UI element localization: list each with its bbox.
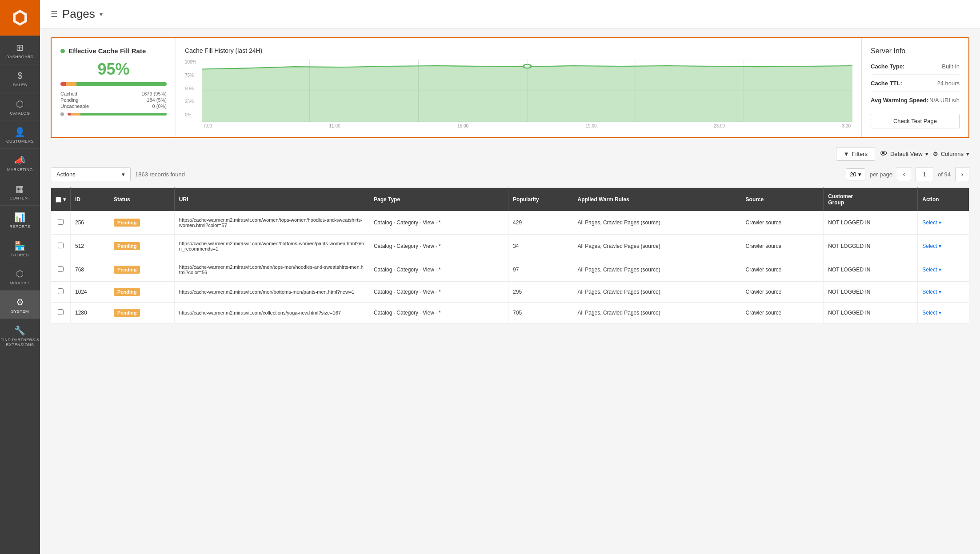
per-page-select[interactable]: 20 ▾: [846, 168, 865, 180]
row-status: Pending: [109, 303, 175, 323]
find-icon: 🔧: [14, 325, 26, 336]
table-header: ▾ ID Status URI Page Type Popularity App…: [51, 188, 969, 211]
select-action-button[interactable]: Select ▾: [922, 310, 964, 316]
select-action-button[interactable]: Select ▾: [922, 289, 964, 295]
columns-area[interactable]: ⚙ Columns ▾: [933, 151, 969, 157]
select-dropdown-icon[interactable]: ▾: [939, 289, 941, 295]
next-page-button[interactable]: ›: [955, 167, 969, 181]
chart-section: Cache Fill History (last 24H) 100% 75% 5…: [176, 38, 862, 137]
chart-title: Cache Fill History (last 24H): [185, 47, 852, 54]
th-id: ID: [71, 188, 109, 211]
cache-type-row: Cache Type: Built-in: [871, 63, 960, 75]
sidebar-item-system[interactable]: ⚙ SYSTEM: [0, 290, 40, 319]
title-dropdown-icon[interactable]: ▾: [100, 11, 103, 18]
y-label-25: 25%: [185, 99, 196, 104]
view-label: Default View: [890, 151, 923, 157]
check-test-page-button[interactable]: Check Test Page: [871, 114, 960, 128]
row-applied-rules: All Pages, Crawled Pages (source): [573, 282, 741, 303]
row-uri: https://cache-warmer.m2.mirasvit.com/col…: [174, 303, 369, 323]
actions-dropdown[interactable]: Actions ▾: [51, 167, 131, 181]
filters-button[interactable]: ▼ Filters: [836, 147, 875, 161]
actions-dropdown-icon: ▾: [122, 171, 125, 178]
table-row: 256 Pending https://cache-warmer.m2.mira…: [51, 211, 969, 235]
filter-icon: ▼: [844, 151, 849, 157]
green-dot-icon: [60, 49, 65, 53]
view-select-area[interactable]: 👁 Default View ▾: [880, 149, 928, 159]
row-id: 768: [71, 258, 109, 282]
row-customer-group: NOT LOGGED IN: [824, 235, 918, 258]
select-dropdown-icon[interactable]: ▾: [939, 243, 941, 249]
row-source: Crawler source: [741, 303, 824, 323]
select-all-checkbox[interactable]: [56, 197, 61, 203]
row-checkbox[interactable]: [58, 243, 64, 248]
uncacheable-value: 0 (0%): [152, 104, 167, 109]
select-dropdown-icon[interactable]: ▾: [939, 267, 941, 273]
th-page-type: Page Type: [369, 188, 508, 211]
per-page-dropdown-icon: ▾: [858, 171, 861, 178]
content-area: Effective Cache Fill Rate 95% Cached 167…: [40, 28, 980, 554]
chart-area: [202, 66, 852, 122]
row-checkbox[interactable]: [58, 288, 64, 294]
sidebar-item-label: SYSTEM: [11, 309, 29, 314]
sidebar-item-dashboard[interactable]: ⊞ DASHBOARD: [0, 36, 40, 64]
cache-fill-section: Effective Cache Fill Rate 95% Cached 167…: [52, 38, 176, 137]
row-source: Crawler source: [741, 258, 824, 282]
bar-red: [60, 82, 66, 86]
th-customer-group: CustomerGroup: [824, 188, 918, 211]
sidebar-item-marketing[interactable]: 📣 MARKETING: [0, 148, 40, 177]
avg-warming-value: N/A URLs/h: [929, 97, 960, 104]
row-page-type: Catalog · Category · View · *: [369, 282, 508, 303]
x-label: 7:00: [204, 124, 212, 128]
per-page-label: per page: [870, 171, 892, 178]
y-label-0: 0%: [185, 112, 196, 117]
th-action: Action: [918, 188, 969, 211]
sidebar-item-content[interactable]: ▦ CONTENT: [0, 177, 40, 205]
mirasvit-icon: ⬡: [16, 268, 24, 279]
row-checkbox[interactable]: [58, 309, 64, 315]
page-title: ☰ Pages ▾: [51, 7, 103, 21]
row-applied-rules: All Pages, Crawled Pages (source): [573, 303, 741, 323]
bar-green: [76, 82, 167, 86]
marketing-icon: 📣: [14, 155, 26, 166]
row-checkbox[interactable]: [58, 266, 64, 272]
select-dropdown-icon[interactable]: ▾: [939, 219, 941, 226]
row-checkbox[interactable]: [58, 219, 64, 225]
data-table: ▾ ID Status URI Page Type Popularity App…: [51, 187, 969, 323]
sidebar-item-catalog[interactable]: ⬡ CATALOG: [0, 92, 40, 120]
sidebar-item-reports[interactable]: 📊 REPORTS: [0, 205, 40, 234]
select-action-button[interactable]: Select ▾: [922, 243, 964, 249]
cache-type-label: Cache Type:: [871, 63, 904, 70]
sidebar-item-mirasvit[interactable]: ⬡ MIRASVIT: [0, 262, 40, 290]
status-badge: Pending: [114, 266, 140, 274]
row-action: Select ▾: [918, 303, 969, 323]
logo[interactable]: [0, 0, 40, 36]
prev-page-button[interactable]: ‹: [897, 167, 911, 181]
row-action: Select ▾: [918, 282, 969, 303]
actions-left: Actions ▾ 1863 records found: [51, 167, 185, 181]
select-action-button[interactable]: Select ▾: [922, 219, 964, 226]
catalog-icon: ⬡: [16, 99, 24, 109]
hamburger-icon[interactable]: ☰: [51, 9, 58, 19]
sidebar-item-find[interactable]: 🔧 FIND PARTNERS & EXTENSIONS: [0, 319, 40, 352]
sidebar-item-sales[interactable]: $ SALES: [0, 64, 40, 92]
sidebar-item-stores[interactable]: 🏪 STORES: [0, 234, 40, 262]
sidebar-item-customers[interactable]: 👤 CUSTOMERS: [0, 120, 40, 148]
row-action: Select ▾: [918, 258, 969, 282]
th-popularity: Popularity: [508, 188, 573, 211]
select-action-button[interactable]: Select ▾: [922, 267, 964, 273]
actions-label: Actions: [56, 171, 76, 178]
select-dropdown-icon[interactable]: ▾: [939, 310, 941, 316]
status-badge: Pending: [114, 219, 140, 227]
row-page-type: Catalog · Category · View · *: [369, 258, 508, 282]
main-content: ☰ Pages ▾ Effective Cache Fill Rate 95%: [40, 0, 980, 554]
row-uri: https://cache-warmer.m2.mirasvit.com/men…: [174, 282, 369, 303]
pagination-area: 20 ▾ per page ‹ of 94 ›: [846, 167, 969, 181]
sidebar-item-label: STORES: [11, 253, 29, 258]
row-applied-rules: All Pages, Crawled Pages (source): [573, 258, 741, 282]
records-count: 1863 records found: [135, 171, 185, 178]
status-badge: Pending: [114, 242, 140, 250]
x-label: 15:00: [457, 124, 468, 128]
page-input[interactable]: [916, 167, 933, 181]
stores-icon: 🏪: [14, 240, 26, 251]
th-dropdown-icon[interactable]: ▾: [63, 196, 66, 203]
